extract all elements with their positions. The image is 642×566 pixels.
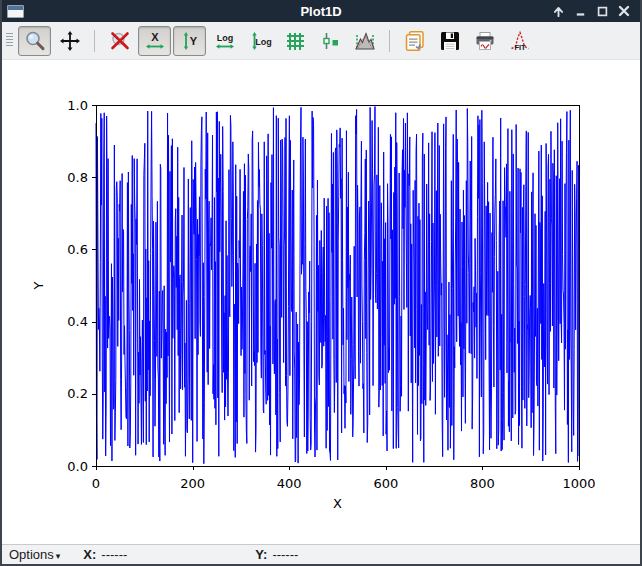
curve-points-style-icon bbox=[318, 29, 342, 53]
save-button[interactable] bbox=[433, 26, 466, 56]
minimize-icon bbox=[574, 5, 587, 18]
svg-text:Log: Log bbox=[255, 36, 272, 46]
statusbar: Options ▾ X:------ Y:------ bbox=[2, 544, 640, 564]
close-button[interactable] bbox=[617, 4, 631, 18]
roll-up-arrow-icon bbox=[552, 5, 565, 18]
y-tick-label: 0.6 bbox=[67, 242, 88, 257]
peak-background-icon bbox=[353, 29, 377, 53]
x-tick-label: 800 bbox=[470, 476, 495, 491]
plot-canvas[interactable]: 020040060080010000.00.20.40.60.81.0XY bbox=[2, 60, 640, 544]
y-coordinate-readout: Y:------ bbox=[255, 547, 298, 562]
toolbar-drag-handle[interactable] bbox=[6, 33, 13, 48]
plot-svg[interactable]: 020040060080010000.00.20.40.60.81.0XY bbox=[2, 60, 640, 544]
x-tick-label: 1000 bbox=[562, 476, 595, 491]
minimize-button[interactable] bbox=[573, 4, 587, 18]
close-x-icon bbox=[617, 4, 631, 18]
options-label: Options bbox=[9, 547, 54, 562]
plot1d-window: Plot1D bbox=[0, 0, 642, 566]
fit-button[interactable]: FIT bbox=[503, 26, 536, 56]
y-tick-label: 0.0 bbox=[67, 459, 88, 474]
y-coordinate-label: Y: bbox=[255, 547, 267, 562]
y-tick-label: 0.4 bbox=[67, 314, 88, 329]
zoom-mode-button[interactable] bbox=[18, 26, 51, 56]
x-coordinate-label: X: bbox=[83, 547, 96, 562]
clipboard-notes-icon bbox=[403, 29, 427, 53]
svg-text:X: X bbox=[151, 31, 159, 43]
x-axis-title: X bbox=[333, 496, 342, 511]
options-menu-button[interactable]: Options ▾ bbox=[9, 547, 60, 562]
toolbar-separator bbox=[94, 30, 95, 52]
x-tick-label: 400 bbox=[277, 476, 302, 491]
curve-style-button[interactable] bbox=[313, 26, 346, 56]
x-coordinate-readout: X:------ bbox=[83, 547, 127, 562]
y-axis-autoscale-icon: Y bbox=[178, 29, 202, 53]
y-tick-label: 1.0 bbox=[67, 98, 88, 113]
x-axis-autoscale-icon: X bbox=[143, 29, 167, 53]
x-tick-label: 200 bbox=[180, 476, 205, 491]
print-button[interactable] bbox=[468, 26, 501, 56]
maximize-button[interactable] bbox=[595, 4, 609, 18]
svg-text:Y: Y bbox=[189, 35, 197, 47]
pan-mode-button[interactable] bbox=[53, 26, 86, 56]
x-tick-label: 600 bbox=[373, 476, 398, 491]
plot-toolbar: X Y Log bbox=[2, 22, 640, 60]
peak-background-button[interactable] bbox=[348, 26, 381, 56]
window-title: Plot1D bbox=[2, 4, 640, 19]
data-curve bbox=[96, 107, 579, 464]
magnifier-zoom-icon bbox=[23, 29, 47, 53]
y-axis-title: Y bbox=[31, 281, 46, 290]
shade-button[interactable] bbox=[551, 4, 565, 18]
window-controls bbox=[551, 4, 640, 18]
x-log-scale-icon: Log bbox=[213, 29, 237, 53]
grid-toggle-icon bbox=[283, 29, 307, 53]
x-autoscale-button[interactable]: X bbox=[138, 26, 171, 56]
annotations-button[interactable] bbox=[398, 26, 431, 56]
svg-text:Log: Log bbox=[216, 32, 233, 42]
svg-text:FIT: FIT bbox=[514, 42, 526, 51]
y-log-scale-icon: Log bbox=[248, 29, 272, 53]
maximize-square-icon bbox=[596, 5, 609, 18]
y-tick-label: 0.8 bbox=[67, 170, 88, 185]
grid-toggle-button[interactable] bbox=[278, 26, 311, 56]
x-log-scale-button[interactable]: Log bbox=[208, 26, 241, 56]
magnifier-red-x-reset-icon bbox=[108, 29, 132, 53]
titlebar[interactable]: Plot1D bbox=[2, 0, 640, 22]
y-tick-label: 0.2 bbox=[67, 386, 88, 401]
y-coordinate-value: ------ bbox=[272, 547, 298, 562]
fit-peak-icon: FIT bbox=[508, 29, 532, 53]
y-log-scale-button[interactable]: Log bbox=[243, 26, 276, 56]
y-autoscale-button[interactable]: Y bbox=[173, 26, 206, 56]
toolbar-separator bbox=[389, 30, 390, 52]
zoom-reset-button[interactable] bbox=[103, 26, 136, 56]
floppy-save-icon bbox=[438, 29, 462, 53]
x-tick-label: 0 bbox=[92, 476, 100, 491]
x-coordinate-value: ------ bbox=[101, 547, 127, 562]
window-menu-icon[interactable] bbox=[7, 5, 24, 18]
pan-four-arrows-icon bbox=[58, 29, 82, 53]
printer-icon bbox=[473, 29, 497, 53]
caret-down-icon: ▾ bbox=[56, 551, 61, 561]
